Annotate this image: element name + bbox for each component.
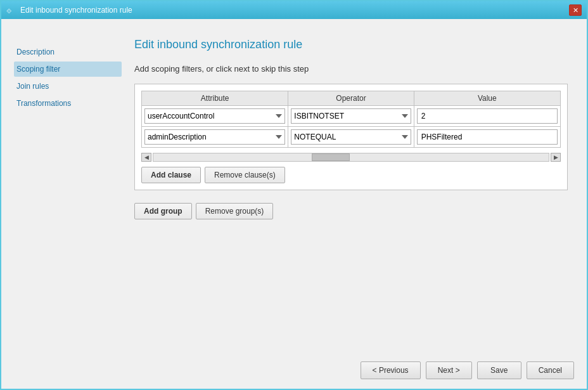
sidebar-item-join-rules-label: Join rules xyxy=(16,82,49,91)
row2-value-input[interactable] xyxy=(417,129,558,145)
add-group-button[interactable]: Add group xyxy=(134,203,192,219)
col-header-operator: Operator xyxy=(288,91,414,106)
remove-clauses-button[interactable]: Remove clause(s) xyxy=(205,167,285,183)
save-button[interactable]: Save xyxy=(477,361,521,379)
table-row: adminDescription NOTEQUAL xyxy=(142,127,561,148)
row2-attribute-cell: adminDescription xyxy=(142,127,288,148)
title-bar: ⟐ Edit inbound synchronization rule ✕ xyxy=(1,1,587,19)
sidebar-item-description-label: Description xyxy=(16,48,54,56)
previous-button[interactable]: < Previous xyxy=(361,361,421,379)
next-button[interactable]: Next > xyxy=(426,361,472,379)
row1-value-cell xyxy=(414,106,560,127)
close-button[interactable]: ✕ xyxy=(569,4,582,16)
row1-attribute-cell: userAccountControl xyxy=(142,106,288,127)
filter-group-box: Attribute Operator Value userAccountCont… xyxy=(134,84,568,190)
remove-groups-button[interactable]: Remove group(s) xyxy=(196,203,274,219)
scroll-track[interactable] xyxy=(153,153,549,162)
footer: < Previous Next > Save Cancel xyxy=(1,355,587,389)
table-row: userAccountControl ISBITNOTSET xyxy=(142,106,561,127)
title-bar-left: ⟐ Edit inbound synchronization rule xyxy=(6,5,132,15)
sidebar-item-transformations[interactable]: Transformations xyxy=(14,96,122,111)
scroll-thumb[interactable] xyxy=(312,153,350,161)
horizontal-scrollbar: ◀ ▶ xyxy=(141,153,561,162)
col-header-value: Value xyxy=(414,91,560,106)
main-content: Edit inbound synchronization rule Add sc… xyxy=(122,19,587,355)
row2-operator-cell: NOTEQUAL xyxy=(288,127,414,148)
scroll-left-arrow[interactable]: ◀ xyxy=(141,153,151,162)
section-description: Add scoping filters, or click next to sk… xyxy=(134,64,568,74)
window-title: Edit inbound synchronization rule xyxy=(20,6,132,15)
row1-operator-select[interactable]: ISBITNOTSET xyxy=(291,108,411,124)
content-area: Description Scoping filter Join rules Tr… xyxy=(1,19,587,355)
row1-operator-cell: ISBITNOTSET xyxy=(288,106,414,127)
sidebar: Description Scoping filter Join rules Tr… xyxy=(1,19,122,355)
sidebar-item-transformations-label: Transformations xyxy=(16,99,71,108)
sidebar-item-description[interactable]: Description xyxy=(14,44,122,60)
row2-attribute-select[interactable]: adminDescription xyxy=(144,129,285,145)
row2-value-cell xyxy=(414,127,560,148)
page-title: Edit inbound synchronization rule xyxy=(134,38,568,51)
sidebar-item-scoping-filter-label: Scoping filter xyxy=(16,65,60,74)
sidebar-item-join-rules[interactable]: Join rules xyxy=(14,79,122,94)
clause-buttons: Add clause Remove clause(s) xyxy=(141,167,561,183)
row1-attribute-select[interactable]: userAccountControl xyxy=(144,108,285,124)
cancel-button[interactable]: Cancel xyxy=(527,361,574,379)
row2-operator-select[interactable]: NOTEQUAL xyxy=(291,129,411,145)
scroll-right-arrow[interactable]: ▶ xyxy=(551,153,561,162)
col-header-attribute: Attribute xyxy=(142,91,288,106)
window-icon: ⟐ xyxy=(6,5,16,15)
row1-value-input[interactable] xyxy=(417,108,558,124)
main-window: ⟐ Edit inbound synchronization rule ✕ De… xyxy=(0,0,588,390)
sidebar-item-scoping-filter[interactable]: Scoping filter xyxy=(14,62,122,77)
add-clause-button[interactable]: Add clause xyxy=(141,167,201,183)
group-buttons: Add group Remove group(s) xyxy=(134,203,568,219)
filter-table: Attribute Operator Value userAccountCont… xyxy=(141,91,561,148)
